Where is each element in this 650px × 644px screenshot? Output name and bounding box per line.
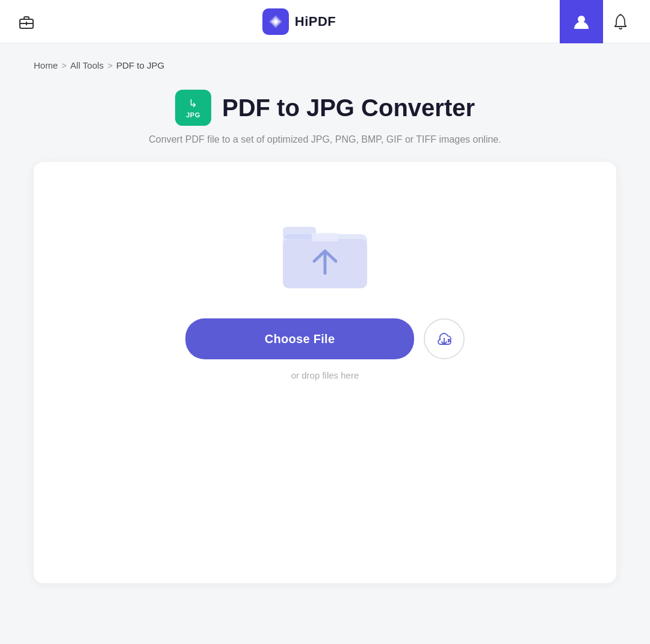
breadcrumb-sep-2: > — [107, 60, 113, 70]
header-left — [14, 10, 39, 34]
cloud-upload-button[interactable] — [424, 318, 465, 359]
folder-upload-icon — [277, 210, 373, 294]
bell-icon — [613, 13, 628, 30]
breadcrumb-sep-1: > — [61, 60, 67, 70]
converter-icon: ↳ JPG — [175, 90, 211, 126]
drop-hint: or drop files here — [291, 370, 359, 380]
toolbox-icon — [18, 13, 35, 30]
page-subtitle: Convert PDF file to a set of optimized J… — [149, 134, 501, 145]
cloud-upload-icon — [435, 330, 453, 348]
svg-rect-6 — [283, 227, 316, 239]
converter-format-label: JPG — [186, 111, 200, 119]
hipdf-logo-icon — [262, 8, 289, 35]
notification-button[interactable] — [605, 0, 636, 43]
choose-file-button[interactable]: Choose File — [185, 318, 414, 359]
title-section: ↳ JPG PDF to JPG Converter Convert PDF f… — [0, 70, 650, 162]
converter-arrow-icon: ↳ — [188, 97, 197, 110]
breadcrumb: Home > All Tools > PDF to JPG — [34, 60, 616, 70]
breadcrumb-section: Home > All Tools > PDF to JPG — [0, 43, 650, 70]
drop-zone-card[interactable]: Choose File or drop files here — [34, 162, 616, 583]
toolbox-button[interactable] — [14, 10, 39, 34]
upload-illustration — [277, 210, 373, 294]
brand-logo[interactable]: HiPDF — [262, 8, 336, 35]
buttons-row: Choose File — [185, 318, 465, 359]
breadcrumb-current: PDF to JPG — [116, 60, 164, 70]
svg-rect-8 — [312, 233, 338, 241]
breadcrumb-home[interactable]: Home — [34, 60, 58, 70]
hipdf-diamond-icon — [267, 13, 284, 30]
brand-name: HiPDF — [295, 14, 336, 29]
page-title: PDF to JPG Converter — [222, 94, 475, 122]
user-icon — [572, 12, 591, 31]
title-row: ↳ JPG PDF to JPG Converter — [175, 90, 475, 126]
breadcrumb-all-tools[interactable]: All Tools — [70, 60, 104, 70]
header: HiPDF — [0, 0, 650, 43]
user-avatar-button[interactable] — [560, 0, 603, 43]
header-right — [560, 0, 636, 43]
